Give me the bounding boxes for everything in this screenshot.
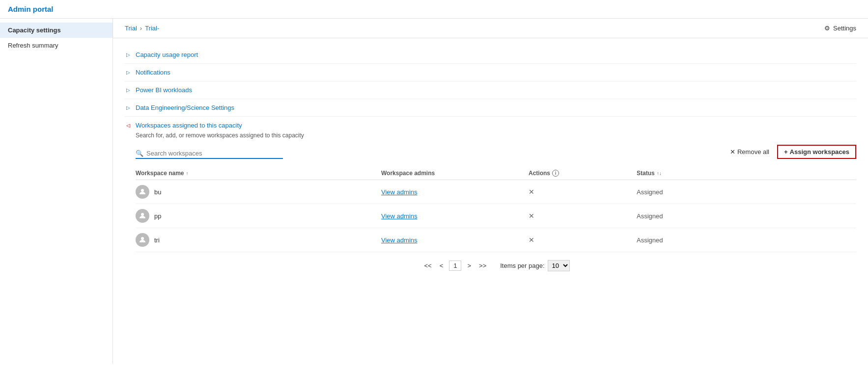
workspaces-header[interactable]: ◁ Workspaces assigned to this capacity — [125, 122, 856, 132]
chevron-right-icon: ▷ — [125, 87, 132, 94]
items-per-page: Items per page: 10 20 50 — [500, 260, 569, 271]
svg-point-0 — [141, 189, 144, 192]
section-data-engineering[interactable]: ▷ Data Engineering/Science Settings — [125, 99, 856, 117]
table-row: bu View admins ✕ Assigned — [136, 180, 856, 204]
table-row: pp View admins ✕ Assigned — [136, 204, 856, 228]
col-actions: Actions i — [529, 170, 637, 177]
status-cell: Assigned — [637, 212, 735, 220]
app-title: Admin portal — [8, 5, 54, 13]
breadcrumb-bar: Trial › Trial- ⚙ Settings — [113, 19, 868, 38]
workspace-name-cell: tri — [136, 233, 381, 247]
last-page-button[interactable]: >> — [477, 261, 488, 270]
workspace-name-cell: bu — [136, 185, 381, 199]
remove-workspace-button[interactable]: ✕ — [529, 188, 534, 196]
plus-icon: + — [784, 148, 788, 156]
sidebar-item-capacity-settings[interactable]: Capacity settings — [0, 23, 112, 38]
section-capacity-usage[interactable]: ▷ Capacity usage report — [125, 46, 856, 64]
prev-page-button[interactable]: < — [438, 261, 446, 270]
content-area: ▷ Capacity usage report ▷ Notifications … — [113, 38, 868, 279]
main-layout: Capacity settings Refresh summary Trial … — [0, 19, 868, 364]
workspace-name: pp — [154, 212, 161, 220]
settings-button[interactable]: ⚙ Settings — [824, 25, 856, 32]
view-admins-link[interactable]: View admins — [381, 212, 417, 220]
breadcrumb: Trial › Trial- — [125, 25, 159, 32]
app-header: Admin portal — [0, 0, 868, 19]
close-icon: ✕ — [730, 148, 735, 156]
status-cell: Assigned — [637, 236, 735, 244]
info-icon[interactable]: i — [552, 170, 559, 177]
pagination-row: << < 1 > >> Items per page: 10 20 50 — [136, 260, 856, 271]
breadcrumb-separator: › — [140, 25, 142, 32]
chevron-right-icon: ▷ — [125, 52, 132, 58]
table-header: Workspace name ↑ Workspace admins Action… — [136, 167, 856, 180]
svg-point-1 — [141, 213, 144, 216]
current-page: 1 — [449, 261, 461, 271]
remove-workspace-button[interactable]: ✕ — [529, 236, 534, 244]
workspace-admins-cell: View admins — [381, 188, 529, 196]
breadcrumb-trial[interactable]: Trial — [125, 25, 137, 32]
avatar — [136, 185, 149, 199]
remove-all-button[interactable]: ✕ Remove all — [730, 148, 769, 156]
actions-cell: ✕ — [529, 188, 637, 196]
table-row: tri View admins ✕ Assigned — [136, 228, 856, 252]
items-per-page-select[interactable]: 10 20 50 — [548, 260, 570, 271]
remove-workspace-button[interactable]: ✕ — [529, 212, 534, 220]
avatar — [136, 233, 149, 247]
search-wrapper: 🔍 — [136, 150, 283, 159]
actions-cell: ✕ — [529, 212, 637, 220]
status-badge: Assigned — [637, 236, 663, 244]
sidebar: Capacity settings Refresh summary — [0, 19, 113, 364]
sort-icon[interactable]: ↑ — [186, 171, 189, 176]
col-status: Status ↑↓ — [637, 170, 735, 177]
col-workspace-admins: Workspace admins — [381, 170, 529, 177]
view-admins-link[interactable]: View admins — [381, 236, 417, 244]
avatar — [136, 209, 149, 223]
workspaces-description: Search for, add, or remove workspaces as… — [136, 132, 856, 139]
workspaces-section: ◁ Workspaces assigned to this capacity S… — [125, 117, 856, 271]
workspaces-table: Workspace name ↑ Workspace admins Action… — [136, 167, 856, 252]
view-admins-link[interactable]: View admins — [381, 188, 417, 196]
chevron-right-icon: ▷ — [125, 69, 132, 76]
workspace-admins-cell: View admins — [381, 236, 529, 244]
next-page-button[interactable]: > — [465, 261, 473, 270]
status-cell: Assigned — [637, 188, 735, 196]
workspace-name: bu — [154, 188, 161, 196]
main-content: Trial › Trial- ⚙ Settings ▷ Capacity usa… — [113, 19, 868, 364]
section-power-bi-workloads[interactable]: ▷ Power BI workloads — [125, 81, 856, 99]
gear-icon: ⚙ — [824, 25, 830, 32]
chevron-down-icon: ◁ — [125, 122, 132, 129]
search-input[interactable] — [146, 150, 283, 157]
workspaces-body: Search for, add, or remove workspaces as… — [125, 132, 856, 271]
sidebar-item-refresh-summary[interactable]: Refresh summary — [0, 38, 112, 53]
actions-cell: ✕ — [529, 236, 637, 244]
actions-row: ✕ Remove all + Assign workspaces — [730, 145, 856, 159]
status-badge: Assigned — [637, 188, 663, 196]
search-icon: 🔍 — [136, 150, 143, 157]
breadcrumb-trial-sub[interactable]: Trial- — [145, 25, 159, 32]
workspace-name: tri — [154, 236, 160, 244]
status-badge: Assigned — [637, 212, 663, 220]
items-per-page-label: Items per page: — [500, 262, 544, 269]
assign-workspaces-button[interactable]: + Assign workspaces — [777, 145, 856, 159]
col-workspace-name: Workspace name ↑ — [136, 170, 381, 177]
first-page-button[interactable]: << — [422, 261, 433, 270]
svg-point-2 — [141, 237, 144, 240]
workspace-name-cell: pp — [136, 209, 381, 223]
section-notifications[interactable]: ▷ Notifications — [125, 64, 856, 81]
workspace-admins-cell: View admins — [381, 212, 529, 220]
chevron-right-icon: ▷ — [125, 105, 132, 111]
sort-icon[interactable]: ↑↓ — [657, 171, 662, 176]
